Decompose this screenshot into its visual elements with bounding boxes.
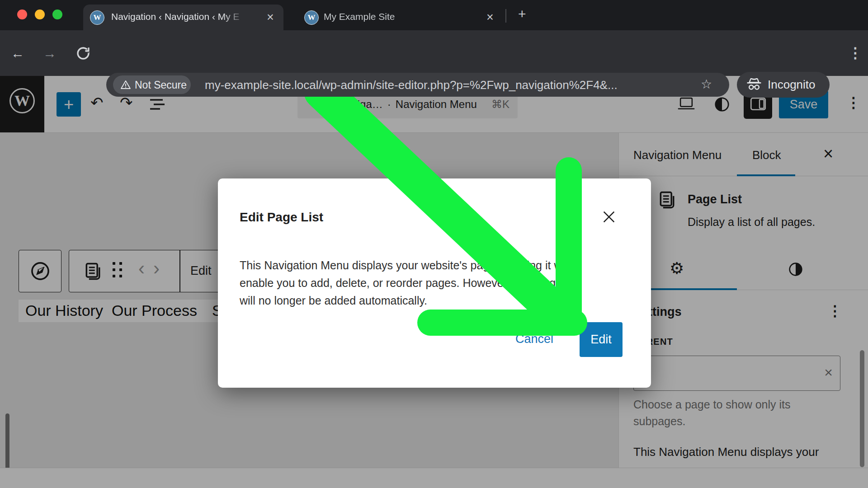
back-icon[interactable]: ←: [11, 47, 24, 60]
browser-tab-inactive[interactable]: W My Example Site ×: [293, 5, 501, 30]
incognito-label: Incognito: [768, 78, 816, 92]
tab-close-icon[interactable]: ×: [267, 11, 274, 23]
dialog-close-icon[interactable]: [601, 209, 617, 225]
reload-icon[interactable]: [75, 45, 91, 61]
edit-button[interactable]: Edit: [580, 322, 623, 357]
tab-divider: [505, 9, 506, 23]
dialog-title: Edit Page List: [240, 210, 323, 225]
security-chip[interactable]: Not Secure: [113, 75, 191, 94]
new-tab-button[interactable]: +: [518, 7, 526, 21]
incognito-icon: [746, 78, 762, 91]
dialog-body-line: This Navigation Menu displays your websi…: [240, 259, 570, 272]
address-bar[interactable]: Not Secure my-example-site.local/wp-admi…: [106, 73, 729, 97]
warning-icon: [120, 80, 131, 90]
bookmark-star-icon[interactable]: ☆: [701, 77, 712, 92]
incognito-badge: Incognito: [737, 72, 830, 98]
url-text[interactable]: my-example-site.local/wp-admin/site-edit…: [205, 78, 618, 92]
screen: W Navigation ‹ Navigation ‹ My E × W My …: [0, 0, 868, 488]
tab-title: My Example Site: [324, 11, 428, 22]
wordpress-favicon: W: [304, 10, 319, 25]
cancel-button[interactable]: Cancel: [515, 332, 553, 346]
dialog-body-line: enable you to add, delete, or reorder pa…: [240, 277, 567, 290]
security-chip-label: Not Secure: [135, 79, 187, 91]
browser-menu-icon[interactable]: ⋮: [848, 46, 863, 60]
browser-tab-strip: W Navigation ‹ Navigation ‹ My E × W My …: [0, 0, 868, 30]
forward-icon[interactable]: →: [43, 47, 57, 60]
window-zoom-button[interactable]: [52, 9, 62, 19]
browser-tab-active[interactable]: W Navigation ‹ Navigation ‹ My E ×: [83, 5, 283, 30]
edit-page-list-dialog: Edit Page List This Navigation Menu disp…: [218, 178, 651, 388]
window-close-button[interactable]: [17, 9, 27, 19]
tab-title: Navigation ‹ Navigation ‹ My E: [111, 11, 247, 22]
tab-close-icon[interactable]: ×: [486, 11, 494, 23]
browser-toolbar: ← → Not Secure my-example-site.local/wp-…: [0, 30, 868, 76]
wordpress-favicon: W: [90, 10, 104, 25]
dialog-body-line: will no longer be added automatically.: [240, 294, 427, 307]
window-minimize-button[interactable]: [35, 9, 45, 19]
